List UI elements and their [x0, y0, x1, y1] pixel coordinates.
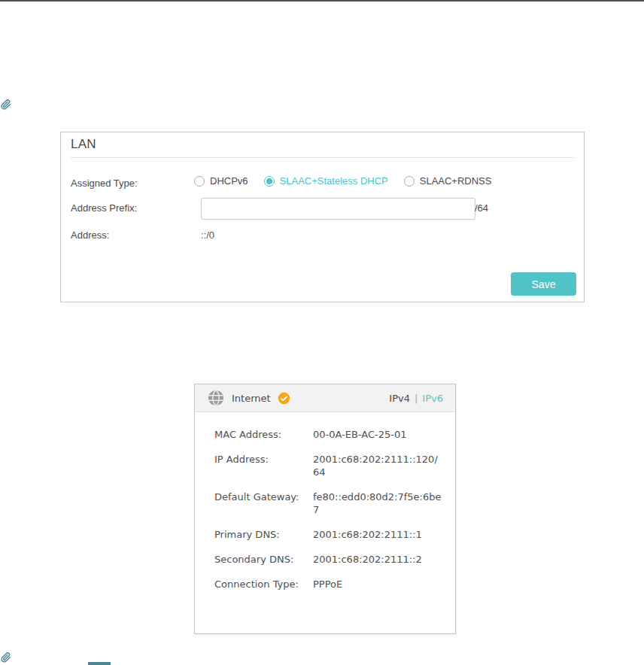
- address-value: ::/0: [201, 229, 214, 241]
- info-value: 2001:c68:202:2111::1: [313, 528, 444, 541]
- assigned-type-label: Assigned Type:: [71, 178, 138, 189]
- assigned-type-radio-group: DHCPv6 SLAAC+Stateless DHCP SLAAC+RDNSS: [194, 175, 491, 187]
- save-button[interactable]: Save: [511, 272, 576, 296]
- radio-option-dhcpv6[interactable]: DHCPv6: [194, 175, 248, 187]
- internet-card-body: MAC Address: 00-0A-EB-AC-25-01 IP Addres…: [195, 412, 455, 591]
- info-value: PPPoE: [313, 578, 444, 591]
- info-label: MAC Address:: [214, 428, 313, 441]
- info-label: Primary DNS:: [214, 528, 313, 541]
- address-prefix-label: Address Prefix:: [71, 202, 137, 214]
- address-label: Address:: [71, 229, 109, 241]
- radio-icon-selected: [264, 176, 275, 187]
- info-value: 2001:c68:202:2111::120/64: [313, 453, 444, 478]
- info-row-secondary-dns: Secondary DNS: 2001:c68:202:2111::2: [214, 553, 445, 566]
- radio-option-label: SLAAC+RDNSS: [420, 175, 492, 187]
- radio-option-slaac-stateless-dhcp[interactable]: SLAAC+Stateless DHCP: [264, 175, 388, 187]
- tab-ipv6[interactable]: IPv6: [422, 393, 443, 404]
- prefix-length-suffix: /64: [475, 202, 488, 214]
- tab-ipv4[interactable]: IPv4: [389, 393, 410, 404]
- info-row-default-gateway: Default Gateway: fe80::edd0:80d2:7f5e:6b…: [214, 490, 445, 516]
- globe-icon: [208, 390, 224, 406]
- note-paperclip-icon: [1, 651, 11, 663]
- internet-card-title: Internet: [232, 393, 271, 404]
- radio-option-label: SLAAC+Stateless DHCP: [280, 175, 388, 187]
- radio-icon: [194, 176, 205, 187]
- info-row-connection-type: Connection Type: PPPoE: [214, 578, 445, 591]
- info-value: 2001:c68:202:2111::2: [313, 553, 444, 566]
- page-top-rule: [0, 0, 644, 2]
- radio-icon: [404, 176, 415, 187]
- info-row-primary-dns: Primary DNS: 2001:c68:202:2111::1: [214, 528, 445, 541]
- manual-page: LAN Assigned Type: DHCPv6 SLAAC+Stateles…: [0, 0, 644, 665]
- tab-separator: |: [415, 393, 418, 404]
- inline-save-button-fragment: [88, 662, 111, 665]
- info-row-mac-address: MAC Address: 00-0A-EB-AC-25-01: [214, 428, 445, 441]
- info-label: Connection Type:: [214, 578, 313, 591]
- internet-status-card: Internet IPv4 | IPv6 MAC Address: 00-0A-…: [194, 384, 456, 634]
- lan-panel-title: LAN: [71, 137, 96, 152]
- internet-card-header: Internet IPv4 | IPv6: [195, 384, 455, 412]
- info-row-ip-address: IP Address: 2001:c68:202:2111::120/64: [214, 453, 445, 478]
- lan-title-divider: [71, 157, 575, 158]
- address-prefix-input[interactable]: [201, 198, 475, 220]
- info-label: Default Gateway:: [214, 490, 313, 516]
- radio-option-slaac-rdnss[interactable]: SLAAC+RDNSS: [404, 175, 492, 187]
- connected-check-icon: [278, 392, 290, 405]
- info-label: IP Address:: [214, 453, 313, 478]
- note-paperclip-icon: [1, 99, 11, 111]
- radio-option-label: DHCPv6: [210, 175, 248, 187]
- info-label: Secondary DNS:: [214, 553, 313, 566]
- info-value: fe80::edd0:80d2:7f5e:6be7: [313, 490, 444, 516]
- info-value: 00-0A-EB-AC-25-01: [313, 428, 444, 441]
- lan-settings-panel: LAN Assigned Type: DHCPv6 SLAAC+Stateles…: [60, 132, 585, 302]
